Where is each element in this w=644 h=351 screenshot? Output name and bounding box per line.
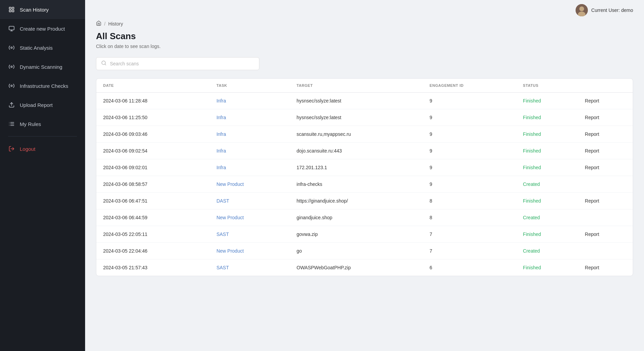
cell-task[interactable]: Infra bbox=[210, 93, 290, 109]
scans-table-container: DATE TASK TARGET ENGAGEMENT ID STATUS 20… bbox=[96, 78, 633, 276]
col-action bbox=[578, 79, 633, 93]
report-link[interactable]: Report bbox=[585, 148, 599, 154]
cell-report[interactable]: Report bbox=[578, 93, 633, 109]
cell-date: 2024-03-05 22:05:11 bbox=[96, 226, 210, 243]
cell-task[interactable]: Infra bbox=[210, 143, 290, 159]
table-row[interactable]: 2024-03-06 06:44:59 New Product ginandju… bbox=[96, 209, 633, 226]
table-header-row: DATE TASK TARGET ENGAGEMENT ID STATUS bbox=[96, 79, 633, 93]
cell-task[interactable]: Infra bbox=[210, 159, 290, 176]
cell-task[interactable]: Infra bbox=[210, 126, 290, 143]
table-row[interactable]: 2024-03-06 08:58:57 New Product infra-ch… bbox=[96, 176, 633, 193]
table-row[interactable]: 2024-03-06 11:28:48 Infra hysnsec/sslyze… bbox=[96, 93, 633, 109]
cell-target: scansuite.ru,myappsec.ru bbox=[290, 126, 423, 143]
report-link[interactable]: Report bbox=[585, 232, 599, 237]
cell-engagement-id: 7 bbox=[423, 226, 516, 243]
sidebar-item-scan-history[interactable]: Scan History bbox=[0, 0, 85, 19]
cell-report[interactable]: Report bbox=[578, 159, 633, 176]
user-info: Current User: demo bbox=[576, 4, 633, 16]
cell-report[interactable]: Report bbox=[578, 259, 633, 276]
page-title: All Scans bbox=[96, 31, 633, 42]
svg-rect-4 bbox=[9, 26, 14, 30]
cell-date: 2024-03-06 09:03:46 bbox=[96, 126, 210, 143]
main-content: Current User: demo / History All Scans C… bbox=[85, 0, 644, 351]
report-link[interactable]: Report bbox=[585, 131, 599, 137]
col-engagement-id: ENGAGEMENT ID bbox=[423, 79, 516, 93]
content-area: / History All Scans Click on date to see… bbox=[85, 20, 644, 351]
table-row[interactable]: 2024-03-06 09:02:54 Infra dojo.scansuite… bbox=[96, 143, 633, 159]
report-link[interactable]: Report bbox=[585, 265, 599, 270]
cell-status: Created bbox=[516, 209, 578, 226]
svg-point-9 bbox=[11, 85, 13, 87]
cell-engagement-id: 9 bbox=[423, 93, 516, 109]
table-row[interactable]: 2024-03-05 21:57:43 SAST OWASPWebGoatPHP… bbox=[96, 259, 633, 276]
sidebar-item-upload-report-label: Upload Report bbox=[20, 102, 53, 108]
svg-point-8 bbox=[11, 66, 13, 68]
table-row[interactable]: 2024-03-06 11:25:50 Infra hysnsec/sslyze… bbox=[96, 109, 633, 126]
cell-report[interactable]: Report bbox=[578, 193, 633, 209]
svg-point-7 bbox=[11, 47, 13, 49]
cell-report[interactable]: Report bbox=[578, 126, 633, 143]
cell-target: infra-checks bbox=[290, 176, 423, 193]
header: Current User: demo bbox=[85, 0, 644, 20]
cell-status: Finished bbox=[516, 259, 578, 276]
cell-status: Finished bbox=[516, 93, 578, 109]
sidebar-item-dynamic-scanning[interactable]: Dynamic Scanning bbox=[0, 57, 85, 76]
cell-task[interactable]: New Product bbox=[210, 243, 290, 259]
col-date: DATE bbox=[96, 79, 210, 93]
sidebar-item-create-product[interactable]: Create new Product bbox=[0, 19, 85, 38]
cell-task[interactable]: DAST bbox=[210, 193, 290, 209]
cell-report[interactable]: Report bbox=[578, 226, 633, 243]
cell-task[interactable]: SAST bbox=[210, 259, 290, 276]
cell-target: https://ginandjuice.shop/ bbox=[290, 193, 423, 209]
table-row[interactable]: 2024-03-06 09:03:46 Infra scansuite.ru,m… bbox=[96, 126, 633, 143]
table-row[interactable]: 2024-03-06 09:02:01 Infra 172.201.123.1 … bbox=[96, 159, 633, 176]
breadcrumb-current: History bbox=[108, 21, 123, 27]
cell-engagement-id: 9 bbox=[423, 143, 516, 159]
sidebar-item-infrastructure-checks[interactable]: Infrastructure Checks bbox=[0, 76, 85, 95]
cell-status: Finished bbox=[516, 193, 578, 209]
table-row[interactable]: 2024-03-06 06:47:51 DAST https://ginandj… bbox=[96, 193, 633, 209]
table-body: 2024-03-06 11:28:48 Infra hysnsec/sslyze… bbox=[96, 93, 633, 276]
upload-report-icon bbox=[8, 101, 15, 108]
cell-date: 2024-03-06 09:02:54 bbox=[96, 143, 210, 159]
cell-report bbox=[578, 176, 633, 193]
sidebar-item-scan-history-label: Scan History bbox=[20, 7, 49, 13]
report-link[interactable]: Report bbox=[585, 198, 599, 204]
col-target: TARGET bbox=[290, 79, 423, 93]
logout-label: Logout bbox=[20, 146, 35, 152]
cell-target: go bbox=[290, 243, 423, 259]
cell-task[interactable]: SAST bbox=[210, 226, 290, 243]
home-icon[interactable] bbox=[96, 20, 101, 27]
svg-rect-2 bbox=[12, 10, 14, 12]
sidebar-item-dynamic-scanning-label: Dynamic Scanning bbox=[20, 64, 62, 70]
sidebar-item-my-rules-label: My Rules bbox=[20, 121, 41, 127]
cell-task[interactable]: New Product bbox=[210, 176, 290, 193]
cell-engagement-id: 8 bbox=[423, 209, 516, 226]
table-row[interactable]: 2024-03-05 22:05:11 SAST govwa.zip 7 Fin… bbox=[96, 226, 633, 243]
breadcrumb-separator: / bbox=[104, 21, 106, 27]
cell-engagement-id: 8 bbox=[423, 193, 516, 209]
sidebar-item-upload-report[interactable]: Upload Report bbox=[0, 95, 85, 114]
report-link[interactable]: Report bbox=[585, 165, 599, 170]
sidebar-item-my-rules[interactable]: My Rules bbox=[0, 114, 85, 133]
cell-status: Finished bbox=[516, 126, 578, 143]
report-link[interactable]: Report bbox=[585, 115, 599, 120]
cell-date: 2024-03-06 06:47:51 bbox=[96, 193, 210, 209]
table-row[interactable]: 2024-03-05 22:04:46 New Product go 7 Cre… bbox=[96, 243, 633, 259]
cell-report[interactable]: Report bbox=[578, 109, 633, 126]
history-icon bbox=[8, 6, 15, 13]
cell-engagement-id: 9 bbox=[423, 109, 516, 126]
report-link[interactable]: Report bbox=[585, 98, 599, 103]
cell-report bbox=[578, 209, 633, 226]
cell-status: Created bbox=[516, 243, 578, 259]
sidebar-item-logout[interactable]: Logout bbox=[0, 139, 85, 158]
svg-point-19 bbox=[579, 6, 584, 11]
cell-report[interactable]: Report bbox=[578, 143, 633, 159]
svg-line-22 bbox=[105, 64, 106, 65]
cell-task[interactable]: Infra bbox=[210, 109, 290, 126]
search-input[interactable] bbox=[110, 61, 254, 66]
cell-status: Finished bbox=[516, 159, 578, 176]
cell-task[interactable]: New Product bbox=[210, 209, 290, 226]
sidebar-item-static-analysis[interactable]: Static Analysis bbox=[0, 38, 85, 57]
scans-table: DATE TASK TARGET ENGAGEMENT ID STATUS 20… bbox=[96, 79, 633, 276]
